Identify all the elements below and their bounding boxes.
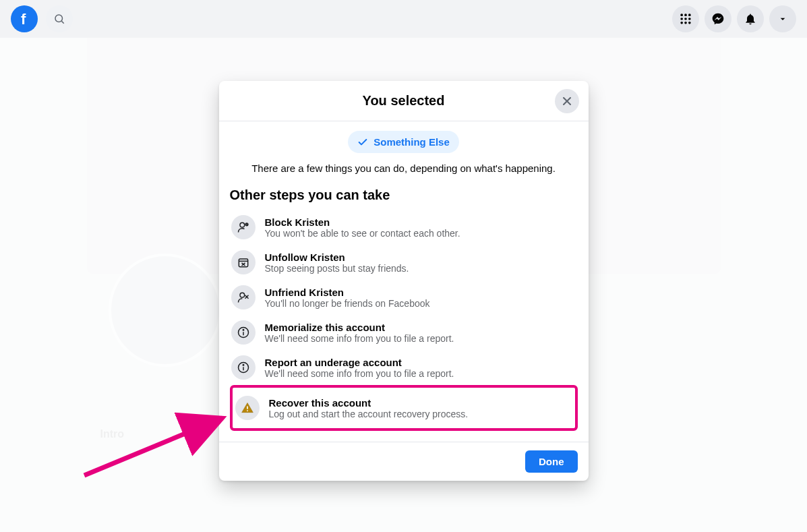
step-unfriend[interactable]: Unfriend Kristen You'll no longer be fri… [230, 280, 578, 315]
topbar-right [672, 5, 796, 32]
svg-point-8 [688, 18, 691, 20]
chevron-down-icon [777, 13, 788, 24]
unfriend-icon [231, 285, 256, 309]
step-title: Block Kristen [265, 216, 460, 228]
top-navbar: f [0, 0, 807, 38]
step-title: Report an underage account [265, 357, 454, 368]
messenger-icon [711, 12, 725, 26]
block-user-icon [231, 215, 256, 239]
step-title: Unfollow Kristen [265, 252, 409, 263]
topbar-left: f [11, 5, 73, 32]
grid-icon [679, 12, 692, 26]
step-list: Block Kristen You won't be able to see o… [230, 210, 578, 431]
facebook-logo[interactable]: f [11, 5, 38, 32]
warning-triangle-icon [235, 396, 260, 420]
step-subtitle: Log out and start the account recovery p… [269, 409, 469, 419]
info-icon [231, 320, 256, 345]
search-icon [53, 13, 65, 25]
svg-point-26 [243, 330, 244, 331]
step-subtitle: We'll need some info from you to file a … [265, 333, 454, 344]
step-subtitle: Stop seeing posts but stay friends. [265, 263, 409, 274]
svg-point-31 [247, 410, 248, 411]
svg-text:f: f [21, 11, 26, 27]
close-button[interactable] [555, 89, 579, 113]
step-memorialize[interactable]: Memorialize this account We'll need some… [230, 315, 578, 350]
svg-point-14 [240, 223, 245, 227]
dialog-title: You selected [260, 93, 548, 109]
selected-reason-chip[interactable]: Something Else [348, 131, 459, 153]
svg-point-5 [688, 13, 691, 16]
svg-point-7 [684, 18, 687, 20]
step-title: Recover this account [269, 397, 469, 409]
svg-rect-17 [239, 259, 247, 267]
bell-icon [744, 12, 757, 26]
svg-point-21 [240, 293, 245, 297]
info-icon [231, 355, 256, 380]
step-subtitle: You'll no longer be friends on Facebook [265, 298, 430, 309]
svg-point-11 [688, 22, 691, 24]
dialog-footer: Done [219, 442, 589, 481]
step-block[interactable]: Block Kristen You won't be able to see o… [230, 210, 578, 245]
section-title: Other steps you can take [230, 187, 578, 203]
step-recover[interactable]: Recover this account Log out and start t… [234, 390, 574, 425]
notifications-button[interactable] [737, 5, 764, 32]
report-dialog: You selected Something Else There are a … [219, 81, 589, 481]
account-menu-button[interactable] [769, 5, 796, 32]
annotation-highlight: Recover this account Log out and start t… [230, 385, 578, 431]
close-icon [560, 94, 574, 108]
dialog-body: Something Else There are a few things yo… [219, 121, 589, 442]
svg-point-4 [684, 13, 687, 16]
step-title: Unfriend Kristen [265, 287, 430, 298]
svg-point-3 [680, 13, 683, 16]
svg-point-6 [680, 18, 683, 20]
step-subtitle: You won't be able to see or contact each… [265, 228, 460, 239]
menu-grid-button[interactable] [672, 5, 699, 32]
step-underage[interactable]: Report an underage account We'll need so… [230, 350, 578, 385]
done-button[interactable]: Done [525, 450, 578, 473]
step-subtitle: We'll need some info from you to file a … [265, 368, 454, 379]
svg-point-9 [680, 22, 683, 24]
unfollow-icon [231, 250, 256, 274]
svg-line-2 [61, 21, 63, 23]
chip-label: Something Else [373, 136, 450, 148]
svg-point-29 [243, 365, 244, 366]
messenger-button[interactable] [705, 5, 731, 32]
step-title: Memorialize this account [265, 322, 454, 333]
check-icon [357, 137, 368, 148]
dialog-header: You selected [219, 81, 589, 121]
svg-point-1 [55, 15, 63, 22]
step-unfollow[interactable]: Unfollow Kristen Stop seeing posts but s… [230, 245, 578, 280]
dialog-description: There are a few things you can do, depen… [230, 162, 578, 174]
svg-point-10 [684, 22, 687, 24]
search-button[interactable] [46, 5, 73, 32]
